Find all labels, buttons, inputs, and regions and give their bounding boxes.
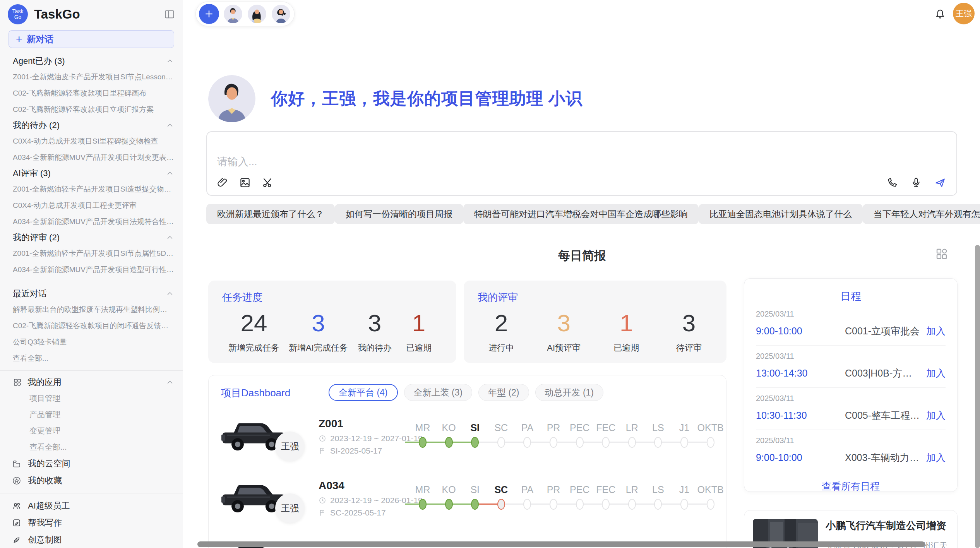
sidebar-section-my-apps[interactable]: 我的应用	[0, 375, 183, 390]
sidebar-item-cloud-space[interactable]: 我的云空间	[0, 455, 183, 472]
mic-icon[interactable]	[910, 176, 922, 189]
milestone-node	[497, 499, 505, 510]
sidebar-item-star[interactable]: 我的收藏	[0, 472, 183, 489]
send-icon[interactable]	[934, 176, 946, 189]
user-avatar[interactable]: 王强	[953, 3, 975, 24]
stat-value: 1	[609, 310, 644, 337]
sidebar-divider	[0, 282, 183, 282]
my-app-item[interactable]: 变更管理	[0, 423, 183, 439]
milestone-line	[475, 442, 711, 443]
my-app-item[interactable]: 产品管理	[0, 406, 183, 423]
teammate-avatar-woman-yellow[interactable]	[247, 4, 267, 24]
sidebar-task-item[interactable]: Z001-全新燃油皮卡产品开发项目SI节点Lesson Learn报告	[0, 69, 183, 85]
dashboard-filter-chip[interactable]: 动总开发 (1)	[535, 384, 604, 401]
sidebar-tool-label: 创意制图	[28, 534, 174, 546]
sidebar-task-item[interactable]: C0X4-动力总成开发项目SI里程碑提交物检查	[0, 133, 183, 149]
add-agent-button[interactable]	[199, 4, 219, 24]
recent-view-all-link[interactable]: 查看全部...	[0, 350, 183, 366]
sidebar-collapse-icon[interactable]	[164, 9, 175, 20]
sidebar-tool-item[interactable]: 帮我写作	[0, 514, 183, 531]
sidebar-divider	[0, 370, 183, 371]
stat-label: 待评审	[672, 342, 706, 354]
stat-label: 进行中	[484, 342, 519, 354]
my-app-item[interactable]: 项目管理	[0, 390, 183, 406]
sidebar-task-item[interactable]: A034-全新新能源MUV产品开发项目计划变更表编写	[0, 149, 183, 166]
milestone-node	[707, 437, 714, 448]
milestone-label: KO	[442, 422, 456, 433]
milestone-label: PA	[521, 484, 534, 495]
sidebar-section-0-label: Agent已办 (3)	[13, 55, 166, 67]
sidebar-task-item[interactable]: Z001-全新燃油轻卡产品开发项目SI节点属性5D文件评审	[0, 245, 183, 262]
dashboard-filter-chip[interactable]: 年型 (2)	[478, 384, 529, 401]
dashboard-filter-chip[interactable]: 全新上装 (3)	[404, 384, 473, 401]
chat-composer	[206, 131, 957, 196]
paperclip-icon[interactable]	[216, 176, 229, 189]
recent-chat-item[interactable]: 解释最新出台的欧盟报废车法规再生塑料比例被调至15%...	[0, 301, 183, 318]
join-button[interactable]: 加入	[926, 325, 946, 337]
event-date: 2025/03/11	[756, 394, 946, 403]
sidebar-tool-item[interactable]: 创意制图	[0, 531, 183, 548]
stat-label: AI预评审	[547, 342, 581, 354]
briefing-title: 每日简报	[206, 248, 958, 264]
sidebar-section-0-chevron-up-icon	[166, 57, 174, 65]
recent-chat-item[interactable]: C02-飞腾新能源轻客改款项目的闭环通告反馈情况	[0, 318, 183, 334]
event-row: 13:00-14:30C003|H0B-方案冻结评审加入	[756, 367, 946, 380]
stat-value: 3	[289, 310, 348, 337]
join-button[interactable]: 加入	[926, 367, 946, 380]
sidebar-item-label: 我的云空间	[28, 458, 174, 469]
stat-value: 3	[547, 310, 581, 337]
sidebar-section-0[interactable]: Agent已办 (3)	[0, 53, 183, 69]
chat-input[interactable]	[217, 156, 759, 168]
my-app-item[interactable]: 查看全部...	[0, 439, 183, 455]
sidebar-task-item[interactable]: A034-全新新能源MUV产品开发项目法规符合性评审	[0, 214, 183, 230]
sidebar-task-item[interactable]: Z001-全新燃油轻卡产品开发项目SI造型提交物评审	[0, 181, 183, 197]
sidebar-section-recent-label: 最近对话	[13, 288, 166, 300]
app-logo-line2: Go	[14, 14, 22, 20]
suggestion-chip[interactable]: 欧洲新规最近颁布了什么？	[206, 204, 335, 224]
milestone-node	[523, 499, 531, 510]
schedule-event: 2025/03/1113:00-14:30C003|H0B-方案冻结评审加入	[756, 346, 946, 388]
star-icon	[12, 476, 22, 486]
sidebar-section-recent[interactable]: 最近对话	[0, 286, 183, 301]
sidebar-tool-item[interactable]: AI超级员工	[0, 497, 183, 514]
dashboard-filter-chip[interactable]: 全新平台 (4)	[329, 384, 398, 401]
teammate-avatar-man[interactable]	[223, 4, 243, 24]
event-title: C001-立项审批会	[845, 325, 921, 337]
stat-value: 1	[401, 310, 436, 337]
project-row[interactable]: 王强Z0012023-12-19 ~ 2027-01-19SI-2025-05-…	[209, 408, 726, 470]
image-icon[interactable]	[239, 176, 251, 189]
sidebar-task-item[interactable]: A034-全新新能源MUV产品开发项目造型可行性评审	[0, 262, 183, 278]
stat-columns: 24新增完成任务3新增AI完成任务3我的待办1已逾期	[208, 304, 456, 354]
clock-icon	[319, 497, 326, 504]
milestone-label: PR	[547, 422, 560, 433]
milestone-label: PEC	[570, 484, 589, 495]
milestone-line	[405, 442, 475, 443]
sidebar-section-3-label: 我的评审 (2)	[13, 232, 166, 243]
sidebar-section-2-label: AI评审 (3)	[13, 168, 166, 179]
project-flag: SC-2025-05-17	[319, 508, 386, 517]
sidebar-section-3[interactable]: 我的评审 (2)	[0, 230, 183, 245]
sidebar-section-2[interactable]: AI评审 (3)	[0, 166, 183, 181]
sidebar-task-item[interactable]: C02-飞腾新能源轻客改款项目立项汇报方案	[0, 101, 183, 118]
sidebar-task-item[interactable]: C02-飞腾新能源轻客改款项目里程碑画布	[0, 85, 183, 101]
sidebar-task-item[interactable]: C0X4-动力总成开发项目工程变更评审	[0, 197, 183, 214]
horizontal-scrollbar[interactable]	[197, 541, 925, 547]
milestone-node	[550, 437, 557, 448]
suggestion-chip[interactable]: 当下年轻人对汽车外观有怎样的喜好趋势	[863, 204, 980, 224]
sidebar-section-1[interactable]: 我的待办 (2)	[0, 118, 183, 133]
scissors-icon[interactable]	[261, 176, 274, 189]
recent-chat-item[interactable]: 公司Q3轻卡销量	[0, 334, 183, 350]
view-all-schedule-link[interactable]: 查看所有日程	[756, 472, 946, 500]
join-button[interactable]: 加入	[926, 409, 946, 422]
new-chat-button[interactable]: + 新对话	[9, 30, 174, 48]
project-row[interactable]: 王强A0342023-12-19 ~ 2026-01-19SC-2025-05-…	[209, 470, 726, 532]
suggestion-chip[interactable]: 特朗普可能对进口汽车增税会对中国车企造成哪些影响	[463, 204, 699, 224]
suggestion-chip[interactable]: 比亚迪全固态电池计划具体说了什么	[699, 204, 863, 224]
layout-grid-icon[interactable]	[935, 247, 949, 261]
phone-icon[interactable]	[886, 176, 898, 189]
notification-bell-icon[interactable]	[934, 7, 947, 20]
teammate-avatar-woman-blue[interactable]	[271, 4, 291, 24]
vertical-scrollbar[interactable]	[975, 245, 980, 548]
suggestion-chip[interactable]: 如何写一份清晰的项目周报	[335, 204, 463, 224]
join-button[interactable]: 加入	[926, 451, 946, 464]
